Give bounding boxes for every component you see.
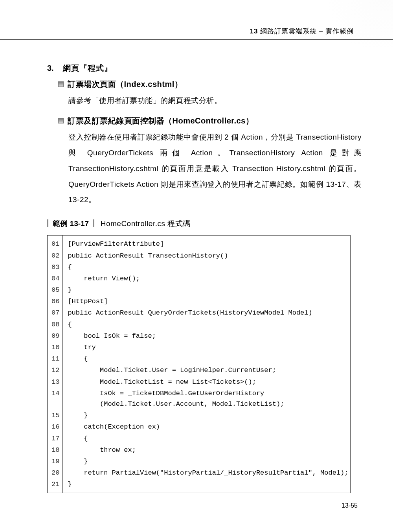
- line-number: 06: [48, 296, 63, 307]
- code-text: }: [63, 456, 351, 467]
- bullet-item: 訂票及訂票紀錄頁面控制器（HomeController.cs）: [58, 116, 362, 126]
- code-line: 19 }: [48, 456, 351, 467]
- code-text: {: [63, 353, 351, 364]
- code-text: }: [63, 479, 351, 493]
- example-label: 範例 13-17 HomeController.cs 程式碼: [47, 219, 362, 229]
- line-number: 17: [48, 433, 63, 444]
- chapter-number: 13: [250, 28, 258, 35]
- code-line: 11 {: [48, 353, 351, 364]
- line-number: 19: [48, 456, 63, 467]
- code-text: try: [63, 342, 351, 353]
- code-text: {: [63, 261, 351, 273]
- code-table: 01[PurviewFilterAttribute]02public Actio…: [48, 236, 351, 493]
- code-text: catch(Exception ex): [63, 421, 351, 433]
- line-number: 21: [48, 479, 63, 493]
- square-bullet-icon: [58, 81, 64, 87]
- code-text: return View();: [63, 273, 351, 284]
- line-number: 15: [48, 410, 63, 421]
- section-number: 3.: [47, 64, 63, 73]
- chapter-title: 網路訂票雲端系統 – 實作範例: [260, 28, 354, 35]
- code-line: 09 bool IsOk = false;: [48, 330, 351, 342]
- code-line: 01[PurviewFilterAttribute]: [48, 236, 351, 250]
- square-bullet-icon: [58, 118, 64, 123]
- code-line: 07public ActionResult QueryOrderTickets(…: [48, 307, 351, 318]
- section-title: 網頁『程式』: [63, 63, 112, 74]
- page: 13 網路訂票雲端系統 – 實作範例 3. 網頁『程式』 訂票場次頁面（Inde…: [0, 0, 393, 532]
- code-listing: 01[PurviewFilterAttribute]02public Actio…: [47, 235, 351, 493]
- section-heading: 3. 網頁『程式』: [47, 63, 362, 74]
- code-text: [HttpPost]: [63, 296, 351, 307]
- line-number: 05: [48, 284, 63, 296]
- code-line: 02public ActionResult TransectionHistory…: [48, 250, 351, 261]
- bullet-paragraph: 登入控制器在使用者訂票紀錄功能中會使用到 2 個 Action，分別是 Tran…: [68, 129, 362, 208]
- code-text: return PartialView("HistoryPartial/_Hist…: [63, 467, 351, 479]
- code-text: Model.TicketList = new List<Tickets>();: [63, 376, 351, 388]
- code-line: 10 try: [48, 342, 351, 353]
- line-number: 01: [48, 236, 63, 250]
- example-bar-icon: [93, 219, 94, 227]
- line-number: 11: [48, 353, 63, 364]
- example-number: 範例 13-17: [53, 219, 89, 228]
- chapter-header: 13 網路訂票雲端系統 – 實作範例: [250, 27, 354, 36]
- code-text: }: [63, 284, 351, 296]
- code-text: {: [63, 433, 351, 444]
- code-text: public ActionResult QueryOrderTickets(Hi…: [63, 307, 351, 318]
- line-number: 13: [48, 376, 63, 388]
- code-text: }: [63, 410, 351, 421]
- line-number: 10: [48, 342, 63, 353]
- code-line: 21}: [48, 479, 351, 493]
- code-line: 12 Model.Ticket.User = LoginHelper.Curre…: [48, 364, 351, 376]
- line-number: 14: [48, 388, 63, 410]
- line-number: 02: [48, 250, 63, 261]
- header-divider: [0, 39, 393, 40]
- code-text: {: [63, 319, 351, 330]
- code-text: IsOk = _TicketDBModel.GetUserOrderHistor…: [63, 388, 351, 410]
- example-bar-icon: [47, 219, 51, 227]
- code-line: 16 catch(Exception ex): [48, 421, 351, 433]
- line-number: 16: [48, 421, 63, 433]
- code-text: Model.Ticket.User = LoginHelper.CurrentU…: [63, 364, 351, 376]
- line-number: 09: [48, 330, 63, 342]
- code-text: public ActionResult TransectionHistory(): [63, 250, 351, 261]
- code-line: 04 return View();: [48, 273, 351, 284]
- code-line: 14 IsOk = _TicketDBModel.GetUserOrderHis…: [48, 388, 351, 410]
- code-line: 05}: [48, 284, 351, 296]
- code-line: 13 Model.TicketList = new List<Tickets>(…: [48, 376, 351, 388]
- code-line: 06[HttpPost]: [48, 296, 351, 307]
- bullet-paragraph: 請參考「使用者訂票功能」的網頁程式分析。: [68, 93, 362, 109]
- line-number: 08: [48, 319, 63, 330]
- code-text: throw ex;: [63, 444, 351, 456]
- code-line: 03{: [48, 261, 351, 273]
- page-number: 13-55: [342, 502, 358, 509]
- line-number: 03: [48, 261, 63, 273]
- line-number: 12: [48, 364, 63, 376]
- bullet-title: 訂票場次頁面（Index.cshtml）: [68, 79, 182, 90]
- code-line: 15 }: [48, 410, 351, 421]
- line-number: 07: [48, 307, 63, 318]
- line-number: 20: [48, 467, 63, 479]
- line-number: 18: [48, 444, 63, 456]
- code-line: 08{: [48, 319, 351, 330]
- bullet-title: 訂票及訂票紀錄頁面控制器（HomeController.cs）: [68, 116, 253, 126]
- example-caption: HomeController.cs 程式碼: [101, 219, 191, 228]
- code-line: 17 {: [48, 433, 351, 444]
- code-text: bool IsOk = false;: [63, 330, 351, 342]
- content: 3. 網頁『程式』 訂票場次頁面（Index.cshtml） 請參考「使用者訂票…: [47, 63, 362, 493]
- code-line: 20 return PartialView("HistoryPartial/_H…: [48, 467, 351, 479]
- line-number: 04: [48, 273, 63, 284]
- code-line: 18 throw ex;: [48, 444, 351, 456]
- code-text: [PurviewFilterAttribute]: [63, 236, 351, 250]
- bullet-item: 訂票場次頁面（Index.cshtml）: [58, 79, 362, 90]
- corner-decoration: [303, 0, 393, 47]
